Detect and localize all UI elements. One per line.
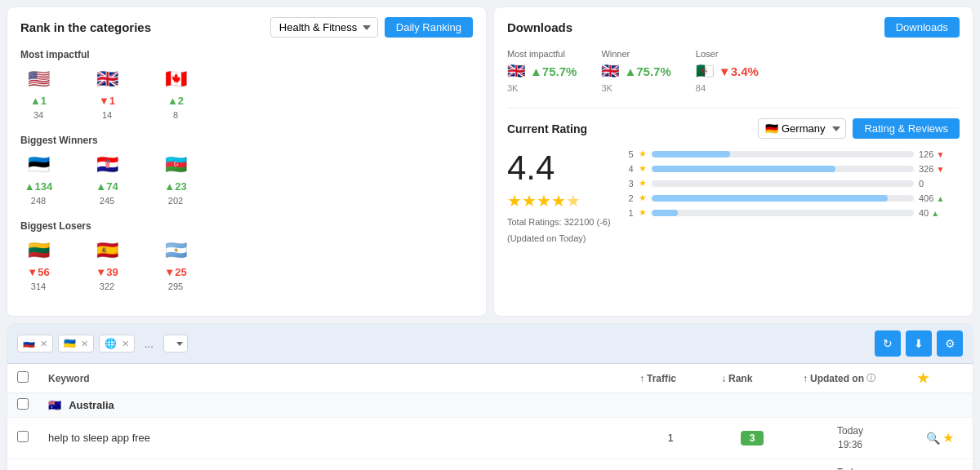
- bar-row-1: 1 ★ 40 ▲: [627, 207, 960, 218]
- rating-body: 4.4 ★★★★★ Total Ratings: 322100 (-6) (Up…: [507, 149, 960, 243]
- flag-lt-icon: 🇱🇹: [20, 238, 56, 263]
- change-value: ▼1: [99, 95, 115, 107]
- flag-az-icon: 🇦🇿: [158, 153, 194, 177]
- select-all-checkbox[interactable]: [17, 371, 29, 383]
- change-value: ▲74: [96, 180, 118, 193]
- metric-content: 🇩🇿 ▼3.4%: [696, 62, 759, 80]
- updated-header[interactable]: ↑ Updated on ⓘ: [793, 364, 907, 393]
- keyword-text: help to sleep app free: [48, 432, 150, 444]
- toolbar-actions: ↻ ⬇ ⚙: [875, 330, 963, 357]
- bar-track: [652, 195, 914, 202]
- flag-ee-icon: 🇪🇪: [20, 153, 56, 177]
- traffic-cell: 4: [630, 459, 711, 470]
- updated-sort[interactable]: ↑ Updated on ⓘ: [803, 372, 898, 384]
- updated-value: Today19:35: [837, 467, 863, 470]
- biggest-winners-label: Biggest Winners: [20, 135, 473, 146]
- rating-bars: 5 ★ 126 ▼ 4 ★ 326 ▼: [627, 149, 960, 243]
- search-icon-button[interactable]: 🔍: [926, 432, 940, 445]
- list-item: 🇱🇹 ▼56 314: [20, 238, 56, 291]
- star-filter-icon[interactable]: ★: [917, 371, 929, 385]
- metric-label: Most impactful: [507, 49, 577, 59]
- rank-sort[interactable]: ↓ Rank: [721, 373, 783, 384]
- filter-tag-ru[interactable]: 🇷🇺 ✕: [17, 335, 53, 352]
- daily-ranking-button[interactable]: Daily Ranking: [385, 17, 473, 38]
- rank-cell: 3: [711, 459, 793, 470]
- country-select[interactable]: 🇩🇪 Germany: [758, 118, 846, 139]
- flag-us-icon: 🇺🇸: [20, 67, 56, 91]
- tag-close-icon[interactable]: ✕: [122, 339, 129, 349]
- metric-label: Winner: [601, 49, 670, 59]
- rank-number: 314: [31, 282, 46, 291]
- refresh-button[interactable]: ↻: [875, 330, 901, 357]
- rank-badge: 3: [741, 431, 764, 446]
- bottom-toolbar: 🇷🇺 ✕ 🇺🇦 ✕ 🌐 ✕ ... ↻ ⬇ ⚙: [7, 324, 973, 364]
- flag-es-icon: 🇪🇸: [89, 238, 125, 263]
- group-checkbox-cell: [7, 393, 38, 418]
- left-panel-controls: Health & Fitness Daily Ranking: [270, 17, 473, 38]
- flag-ca-icon: 🇨🇦: [158, 67, 194, 91]
- change-value: ▲2: [167, 95, 184, 107]
- group-checkbox[interactable]: [17, 398, 29, 410]
- rating-header: Current Rating 🇩🇪 Germany Rating & Revie…: [507, 118, 960, 139]
- rating-reviews-button[interactable]: Rating & Reviews: [853, 118, 960, 139]
- rank-number: 8: [173, 110, 178, 120]
- bar-fill: [652, 195, 888, 202]
- keyword-table: Keyword ↑ Traffic ↓ Rank: [7, 364, 973, 470]
- more-tags[interactable]: ...: [140, 335, 158, 352]
- star-header: ★: [907, 364, 973, 393]
- favorite-star-icon[interactable]: ★: [942, 431, 954, 445]
- group-flag: 🇦🇺: [48, 399, 61, 411]
- filter-tags: 🇷🇺 ✕ 🇺🇦 ✕ 🌐 ✕ ...: [17, 335, 188, 352]
- group-name: 🇦🇺 Australia: [38, 393, 973, 418]
- change-value: ▼25: [164, 266, 186, 278]
- row-checkbox-cell: [7, 459, 38, 470]
- list-item: 🇪🇪 ▲134 248: [20, 153, 56, 206]
- change-value: ▼39: [96, 266, 118, 278]
- metric-flag: 🇬🇧: [507, 62, 525, 80]
- flag-ru-icon: 🇷🇺: [23, 338, 35, 349]
- current-rating-title: Current Rating: [507, 122, 587, 135]
- group-label: Australia: [69, 399, 114, 411]
- downloads-button[interactable]: Downloads: [884, 17, 960, 38]
- metric-sub: 84: [696, 83, 759, 93]
- filter-tag-ua[interactable]: 🇺🇦 ✕: [58, 335, 94, 352]
- tag-close-icon[interactable]: ✕: [40, 339, 47, 349]
- rank-header[interactable]: ↓ Rank: [711, 364, 793, 393]
- tag-close-icon[interactable]: ✕: [81, 339, 88, 349]
- right-panel: Downloads Downloads Most impactful 🇬🇧 ▲7…: [493, 7, 973, 317]
- metric-winner: Winner 🇬🇧 ▲75.7% 3K: [601, 49, 670, 93]
- traffic-header[interactable]: ↑ Traffic: [630, 364, 711, 393]
- metric-most-impactful: Most impactful 🇬🇧 ▲75.7% 3K: [507, 49, 577, 93]
- bar-row-4: 4 ★ 326 ▼: [627, 163, 960, 174]
- settings-button[interactable]: ⚙: [937, 330, 963, 357]
- list-item: 🇺🇸 ▲1 34: [20, 67, 56, 120]
- globe-icon: 🌐: [105, 338, 117, 349]
- filter-tag-global[interactable]: 🌐 ✕: [99, 335, 135, 352]
- bar-fill: [652, 210, 678, 216]
- metric-flag: 🇬🇧: [601, 62, 619, 80]
- filter-dropdown[interactable]: [163, 335, 188, 352]
- metric-value: ▲75.7%: [624, 64, 670, 78]
- bar-fill: [652, 166, 835, 172]
- metric-value: ▲75.7%: [530, 64, 577, 78]
- metric-flag: 🇩🇿: [696, 62, 714, 80]
- updated-on: (Updated on Today): [507, 233, 611, 243]
- row-checkbox[interactable]: [17, 431, 29, 442]
- downloads-metrics: Most impactful 🇬🇧 ▲75.7% 3K Winner 🇬🇧 ▲7…: [507, 49, 960, 93]
- bar-track: [652, 166, 914, 172]
- biggest-losers-row: 🇱🇹 ▼56 314 🇪🇸 ▼39 322 🇦🇷 ▼25 295: [20, 238, 473, 291]
- left-panel: Rank in the categories Health & Fitness …: [7, 7, 487, 317]
- metric-content: 🇬🇧 ▲75.7%: [507, 62, 577, 80]
- most-impactful-row: 🇺🇸 ▲1 34 🇬🇧 ▼1 14 🇨🇦 ▲2 8: [20, 67, 473, 120]
- metric-sub: 3K: [601, 83, 670, 93]
- metric-loser: Loser 🇩🇿 ▼3.4% 84: [696, 49, 759, 93]
- keyword-header[interactable]: Keyword: [38, 364, 630, 393]
- category-select[interactable]: Health & Fitness: [270, 17, 378, 38]
- traffic-sort[interactable]: ↑ Traffic: [639, 373, 702, 384]
- keyword-sort[interactable]: Keyword: [48, 373, 620, 384]
- download-button[interactable]: ⬇: [906, 330, 932, 357]
- biggest-winners-row: 🇪🇪 ▲134 248 🇭🇷 ▲74 245 🇦🇿 ▲23 202: [20, 153, 473, 206]
- info-icon[interactable]: ⓘ: [866, 372, 875, 384]
- updated-value: Today19:36: [837, 425, 863, 450]
- bar-row-5: 5 ★ 126 ▼: [627, 149, 960, 159]
